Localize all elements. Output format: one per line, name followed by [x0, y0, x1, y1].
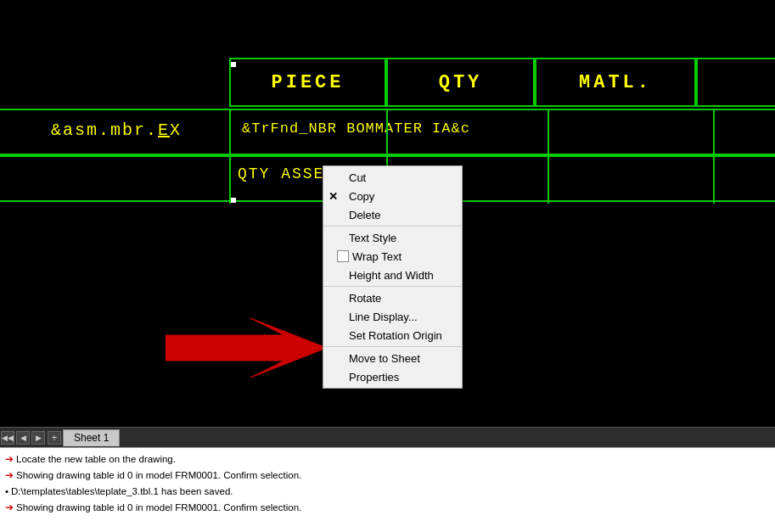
sheet-tab-1[interactable]: Sheet 1	[63, 429, 120, 446]
status-bar: ➔ Locate the new table on the drawing. ➔…	[0, 447, 775, 532]
sheet-tab-label: Sheet 1	[74, 432, 109, 444]
status-text-4: Showing drawing table id 0 in model FRM0…	[16, 500, 301, 515]
menu-separator-3	[323, 346, 462, 347]
menu-item-height-width[interactable]: Height and Width	[323, 266, 462, 284]
menu-set-rotation-label: Set Rotation Origin	[349, 329, 442, 342]
tab-nav-prev-prev[interactable]: ◀◀	[1, 431, 14, 445]
menu-item-cut[interactable]: Cut	[323, 168, 462, 187]
status-line-1: ➔ Locate the new table on the drawing.	[5, 451, 770, 468]
close-icon: ✕	[329, 190, 338, 203]
menu-wrap-text-label: Wrap Text	[352, 250, 402, 263]
status-arrow-1: ➔	[5, 451, 14, 468]
status-line-2: ➔ Showing drawing table id 0 in model FR…	[5, 468, 770, 484]
status-text-1: Locate the new table on the drawing.	[16, 451, 176, 467]
svg-marker-0	[166, 318, 327, 378]
tab-bar: ◀◀ ◀ ▶ + Sheet 1	[0, 427, 775, 447]
status-bullet-3: •	[5, 484, 8, 499]
tr-find-text: &TrFnd_NBR BOMMATER IA&c	[242, 120, 470, 137]
tab-add-button[interactable]: +	[48, 431, 61, 445]
col-extra	[696, 58, 775, 107]
col-qty: QTY	[386, 58, 535, 107]
menu-item-properties[interactable]: Properties	[323, 367, 462, 386]
menu-cut-label: Cut	[349, 171, 366, 184]
tab-nav-next[interactable]: ▶	[31, 431, 45, 445]
menu-separator-2	[323, 286, 462, 287]
red-arrow	[166, 314, 335, 385]
menu-separator-1	[323, 226, 462, 227]
menu-item-wrap-text[interactable]: Wrap Text	[323, 247, 462, 266]
menu-height-width-label: Height and Width	[349, 269, 434, 282]
status-text-2: Showing drawing table id 0 in model FRM0…	[16, 468, 301, 483]
menu-text-style-label: Text Style	[349, 232, 396, 244]
menu-item-delete[interactable]: Delete	[323, 205, 462, 224]
context-menu: Cut ✕ Copy Delete Text Style Wrap Text H…	[323, 165, 463, 389]
status-line-3: • D:\templates\tables\teplate_3.tbl.1 ha…	[5, 484, 770, 499]
status-arrow-2: ➔	[5, 468, 14, 484]
menu-item-text-style[interactable]: Text Style	[323, 228, 462, 247]
col-matl-label: MATL.	[579, 72, 652, 93]
status-line-4: ➔ Showing drawing table id 0 in model FR…	[5, 500, 770, 516]
menu-item-rotate[interactable]: Rotate	[323, 288, 462, 307]
menu-item-copy[interactable]: ✕ Copy	[323, 187, 462, 205]
menu-copy-label: Copy	[349, 190, 374, 203]
wrap-text-checkbox[interactable]	[337, 250, 349, 262]
menu-item-move-to-sheet[interactable]: Move to Sheet	[323, 349, 462, 367]
col-qty-label: QTY	[439, 72, 483, 93]
selection-handle-bl	[231, 198, 236, 203]
col-piece-label: PIECE	[271, 72, 344, 93]
menu-delete-label: Delete	[349, 209, 381, 221]
table-row2: &asm.mbr.EX &TrFnd_NBR BOMMATER IA&c	[0, 109, 775, 155]
tab-nav-prev[interactable]: ◀	[16, 431, 30, 445]
selection-handle-tl	[231, 62, 236, 67]
status-arrow-4: ➔	[5, 500, 14, 516]
table-header-row: PIECE QTY MATL.	[229, 58, 775, 107]
asm-text: &asm.mbr.EX	[51, 120, 182, 140]
col-matl: MATL.	[535, 58, 696, 107]
menu-rotate-label: Rotate	[349, 292, 381, 305]
status-text-3: D:\templates\tables\teplate_3.tbl.1 has …	[11, 484, 233, 499]
menu-line-display-label: Line Display...	[349, 311, 418, 323]
menu-item-line-display[interactable]: Line Display...	[323, 307, 462, 326]
menu-item-set-rotation[interactable]: Set Rotation Origin	[323, 326, 462, 344]
menu-properties-label: Properties	[349, 371, 399, 384]
col-piece: PIECE	[229, 58, 386, 107]
menu-move-to-sheet-label: Move to Sheet	[349, 352, 420, 365]
